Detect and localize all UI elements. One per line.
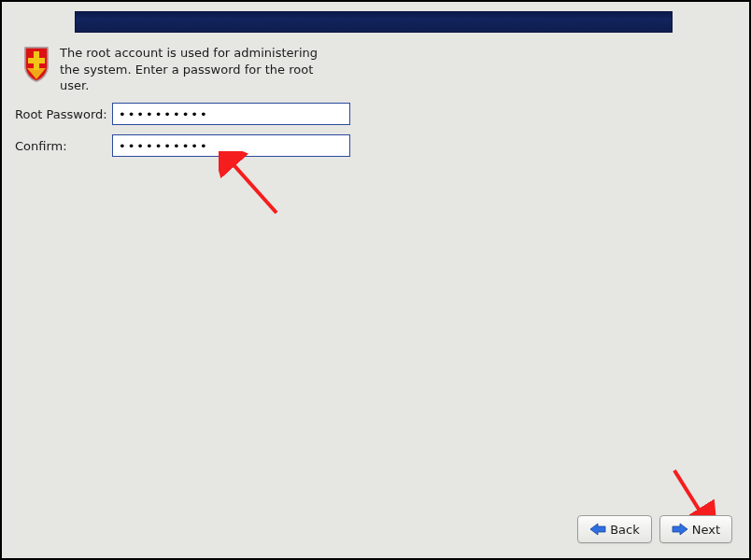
confirm-password-input[interactable] <box>112 134 350 157</box>
root-password-label: Root Password: <box>15 107 112 121</box>
back-button[interactable]: Back <box>577 515 652 543</box>
next-button[interactable]: Next <box>659 515 732 543</box>
back-button-label: Back <box>610 523 640 537</box>
arrow-right-icon <box>672 523 688 536</box>
root-shield-icon <box>21 45 52 84</box>
svg-line-3 <box>674 470 702 515</box>
confirm-password-label: Confirm: <box>15 139 112 153</box>
svg-rect-1 <box>28 58 45 63</box>
intro-row: The root account is used for administeri… <box>21 45 340 94</box>
row-root-password: Root Password: <box>15 103 350 125</box>
next-button-label: Next <box>692 523 720 537</box>
svg-line-2 <box>230 161 276 213</box>
row-confirm-password: Confirm: <box>15 134 350 157</box>
arrow-left-icon <box>589 523 606 536</box>
password-form: Root Password: Confirm: <box>15 103 350 166</box>
wizard-button-bar: Back Next <box>577 515 732 543</box>
root-password-input[interactable] <box>112 103 350 125</box>
header-bar <box>75 11 673 33</box>
intro-text: The root account is used for administeri… <box>60 45 340 94</box>
